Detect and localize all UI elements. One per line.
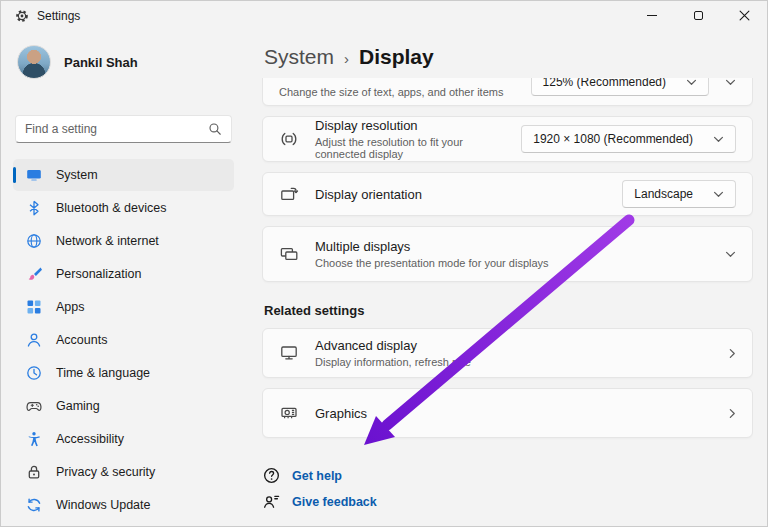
advanced-display-icon [279, 343, 299, 363]
sidebar-item-label: System [56, 168, 98, 182]
sidebar-item-gaming[interactable]: Gaming [13, 390, 234, 422]
sidebar-item-label: Time & language [56, 366, 150, 380]
sidebar-item-label: Accounts [56, 333, 107, 347]
give-feedback-label: Give feedback [292, 495, 377, 509]
search-box [15, 115, 232, 143]
window-controls [629, 1, 767, 30]
maximize-icon [694, 11, 703, 20]
gamepad-icon [26, 398, 42, 414]
sidebar-item-personalization[interactable]: Personalization [13, 258, 234, 290]
footer-links: Get help Give feedback [262, 466, 753, 511]
settings-scroll-area: Change the size of text, apps, and other… [262, 78, 753, 526]
minimize-icon [647, 15, 657, 16]
resolution-dropdown[interactable]: 1920 × 1080 (Recommended) [521, 125, 736, 153]
accessibility-icon [26, 431, 42, 447]
help-question-icon [262, 466, 281, 485]
apps-grid-icon [26, 299, 42, 315]
user-profile: Pankil Shah [13, 39, 234, 85]
chevron-right-icon [729, 348, 736, 359]
multiple-displays-card[interactable]: Multiple displays Choose the presentatio… [262, 226, 753, 282]
multiple-displays-subtitle: Choose the presentation mode for your di… [315, 257, 709, 269]
sidebar-item-label: Network & internet [56, 234, 159, 248]
advanced-display-title: Advanced display [315, 338, 713, 353]
sidebar-item-label: Personalization [56, 267, 141, 281]
sidebar-item-system[interactable]: System [13, 159, 234, 191]
search-input[interactable] [25, 122, 208, 136]
sidebar-item-accounts[interactable]: Accounts [13, 324, 234, 356]
graphics-title: Graphics [315, 406, 713, 421]
monitor-icon [26, 167, 42, 183]
sidebar-item-label: Gaming [56, 399, 100, 413]
advanced-display-card[interactable]: Advanced display Display information, re… [262, 328, 753, 378]
breadcrumb-separator: › [344, 50, 349, 67]
sidebar-item-windows-update[interactable]: Windows Update [13, 489, 234, 521]
get-help-label: Get help [292, 469, 342, 483]
breadcrumb-system[interactable]: System [264, 45, 334, 69]
orientation-dropdown[interactable]: Landscape [622, 180, 736, 208]
avatar [17, 45, 51, 79]
get-help-link[interactable]: Get help [262, 466, 342, 485]
main-content: System › Display Change the size of text… [246, 33, 767, 526]
sidebar: Pankil Shah System Bluetooth & de [1, 33, 246, 526]
settings-gear-icon [15, 9, 29, 23]
clock-icon [26, 365, 42, 381]
chevron-down-icon [713, 136, 724, 143]
display-resolution-card: Display resolution Adjust the resolution… [262, 116, 753, 162]
paintbrush-icon [26, 266, 42, 282]
resolution-value: 1920 × 1080 (Recommended) [533, 132, 693, 146]
resolution-subtitle: Adjust the resolution to fit your connec… [315, 136, 505, 160]
person-icon [26, 332, 42, 348]
close-button[interactable] [721, 1, 767, 30]
search-icon [208, 122, 222, 136]
related-settings-heading: Related settings [264, 303, 751, 318]
sidebar-item-privacy-security[interactable]: Privacy & security [13, 456, 234, 488]
advanced-display-subtitle: Display information, refresh rate [315, 356, 713, 368]
graphics-card[interactable]: Graphics [262, 388, 753, 438]
scale-value: 125% (Recommended) [543, 78, 666, 89]
multiple-displays-title: Multiple displays [315, 239, 709, 254]
scale-subtitle: Change the size of text, apps, and other… [279, 86, 515, 98]
update-arrows-icon [26, 497, 42, 513]
chevron-right-icon [729, 408, 736, 419]
multiple-displays-icon [279, 244, 299, 264]
orientation-title: Display orientation [315, 187, 606, 202]
orientation-value: Landscape [634, 187, 693, 201]
sidebar-item-apps[interactable]: Apps [13, 291, 234, 323]
lock-icon [26, 464, 42, 480]
chevron-down-icon [686, 79, 697, 86]
sidebar-item-label: Privacy & security [56, 465, 155, 479]
chevron-down-icon [713, 191, 724, 198]
window-title: Settings [37, 9, 80, 23]
titlebar: Settings [1, 1, 767, 33]
resolution-title: Display resolution [315, 118, 505, 133]
give-feedback-link[interactable]: Give feedback [262, 492, 377, 511]
globe-icon [26, 233, 42, 249]
titlebar-app-area: Settings [1, 1, 80, 23]
user-name: Pankil Shah [64, 55, 138, 70]
sidebar-item-time-language[interactable]: Time & language [13, 357, 234, 389]
display-orientation-card: Display orientation Landscape [262, 172, 753, 216]
sidebar-nav: System Bluetooth & devices Network & int… [13, 159, 234, 521]
resolution-icon [279, 129, 299, 149]
sidebar-item-label: Windows Update [56, 498, 151, 512]
minimize-button[interactable] [629, 1, 675, 30]
scale-card[interactable]: Change the size of text, apps, and other… [262, 78, 753, 106]
sidebar-item-label: Accessibility [56, 432, 124, 446]
chevron-down-icon [725, 251, 736, 258]
orientation-icon [279, 184, 299, 204]
maximize-button[interactable] [675, 1, 721, 30]
sidebar-item-label: Apps [56, 300, 85, 314]
scale-dropdown[interactable]: 125% (Recommended) [531, 78, 709, 96]
chevron-down-icon[interactable] [725, 79, 736, 86]
page-title: Display [359, 45, 434, 69]
sidebar-item-accessibility[interactable]: Accessibility [13, 423, 234, 455]
sidebar-item-network-internet[interactable]: Network & internet [13, 225, 234, 257]
close-icon [739, 10, 750, 21]
settings-window: Settings Pankil Shah [0, 0, 768, 527]
sidebar-item-bluetooth-devices[interactable]: Bluetooth & devices [13, 192, 234, 224]
graphics-gpu-icon [279, 403, 299, 423]
sidebar-item-label: Bluetooth & devices [56, 201, 167, 215]
bluetooth-icon [26, 200, 42, 216]
breadcrumb: System › Display [264, 45, 751, 69]
feedback-person-icon [262, 492, 281, 511]
